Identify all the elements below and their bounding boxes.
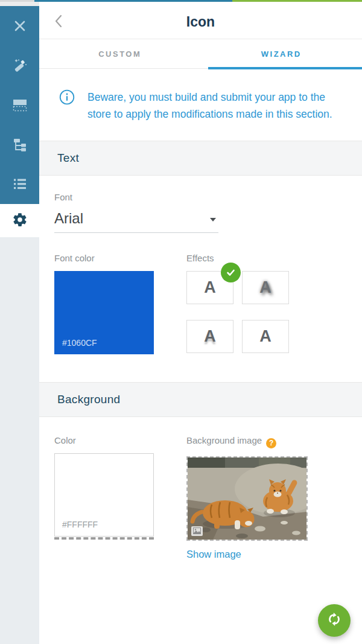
tab-custom[interactable]: CUSTOM <box>39 39 201 68</box>
sidebar <box>0 0 39 644</box>
sidebar-filler <box>0 237 39 644</box>
font-color-swatch[interactable]: #1060CF <box>54 271 154 354</box>
check-icon <box>221 263 241 282</box>
background-color-label: Color <box>54 435 186 445</box>
font-label: Font <box>54 192 362 202</box>
background-image-thumbnail[interactable] <box>186 456 308 541</box>
effect-sample-letter: A <box>204 279 216 296</box>
effects-grid: A A A A <box>186 271 362 353</box>
refresh-fab-button[interactable] <box>318 604 351 637</box>
refresh-icon <box>326 611 342 630</box>
background-image-label-text: Background image <box>186 435 262 445</box>
font-select-value: Arial <box>54 210 83 226</box>
font-select[interactable]: Arial <box>54 210 218 233</box>
font-color-effects-row: Font color #1060CF Effects A A <box>54 253 362 354</box>
show-image-link[interactable]: Show image <box>186 549 241 560</box>
sidebar-item-wizard[interactable] <box>0 46 39 86</box>
photo-icon <box>191 526 203 536</box>
section-header-text: Text <box>39 141 362 176</box>
effect-option-none-selected[interactable]: A <box>186 271 233 304</box>
sidebar-nav <box>0 6 39 204</box>
background-image-group: Background image? <box>186 435 362 560</box>
sidebar-item-structure[interactable] <box>0 125 39 165</box>
page-title: Icon <box>186 14 215 30</box>
panel-header: Icon <box>39 2 362 39</box>
top-strip-teal-segment <box>34 0 232 2</box>
section-header-background: Background <box>39 382 362 417</box>
info-icon <box>59 89 75 123</box>
font-field-group: Font Arial <box>54 176 362 233</box>
background-color-group: Color #FFFFFF <box>54 435 186 560</box>
effects-group: Effects A A A A <box>186 253 362 354</box>
background-color-hex-value: #FFFFFF <box>62 520 98 529</box>
close-icon <box>13 19 27 33</box>
tab-bar: CUSTOM WIZARD <box>39 39 362 69</box>
sidebar-item-list[interactable] <box>0 164 39 204</box>
effect-sample-letter: A <box>259 279 272 296</box>
top-strip-gray-segment <box>0 0 34 2</box>
active-tab-indicator <box>208 67 362 69</box>
kittens-photo <box>188 457 306 540</box>
effect-option-blur[interactable]: A <box>242 271 289 304</box>
back-button[interactable] <box>51 15 66 30</box>
banner-widget-icon <box>11 97 28 113</box>
top-progress-strip <box>0 0 362 2</box>
tab-wizard[interactable]: WIZARD <box>201 39 362 68</box>
magic-wand-icon <box>12 57 28 73</box>
list-icon <box>12 177 28 191</box>
font-color-group: Font color #1060CF <box>54 253 186 354</box>
sidebar-item-close[interactable] <box>0 6 39 46</box>
help-icon[interactable]: ? <box>266 438 276 448</box>
background-row: Color #FFFFFF Background image? <box>54 435 362 560</box>
font-color-label: Font color <box>54 253 186 263</box>
font-color-hex-value: #1060CF <box>62 338 97 348</box>
background-color-swatch[interactable]: #FFFFFF <box>54 453 154 537</box>
effects-label: Effects <box>186 253 362 263</box>
background-image-label: Background image? <box>186 435 362 448</box>
sidebar-item-widgets[interactable] <box>0 85 39 125</box>
warning-text: Beware, you must build and submit your a… <box>87 89 345 123</box>
effect-option-shadow[interactable]: A <box>186 320 233 353</box>
sidebar-item-settings-active[interactable] <box>0 204 39 237</box>
effect-option-plain[interactable]: A <box>242 320 289 353</box>
tree-structure-icon <box>12 137 28 153</box>
chevron-left-icon <box>54 14 63 30</box>
top-strip-green-segment <box>232 0 362 2</box>
background-section-content: Color #FFFFFF Background image? <box>39 435 362 560</box>
icon-settings-panel: Icon CUSTOM WIZARD Beware, you must buil… <box>39 2 362 644</box>
effect-sample-letter: A <box>204 328 216 345</box>
text-section-content: Font Arial Font color #1060CF Effects A <box>39 176 362 354</box>
effect-sample-letter: A <box>259 328 272 345</box>
warning-banner: Beware, you must build and submit your a… <box>39 69 362 141</box>
settings-gear-icon <box>12 212 28 230</box>
chevron-down-icon <box>210 218 216 222</box>
